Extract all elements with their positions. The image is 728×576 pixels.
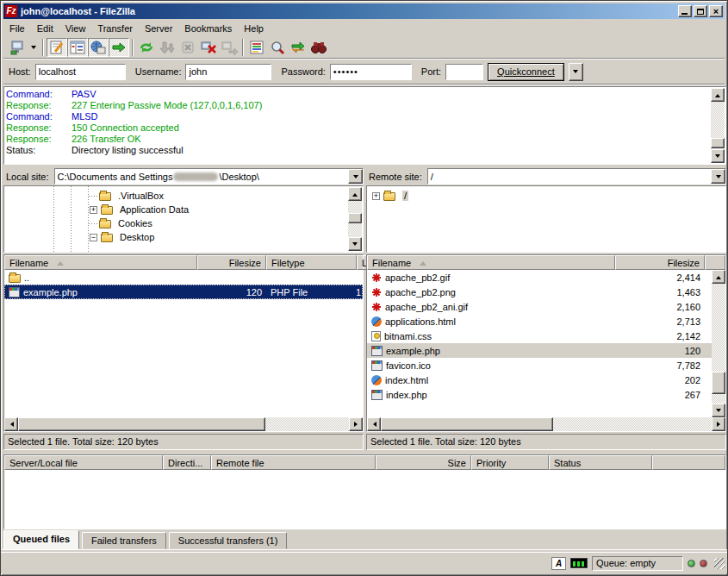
- site-manager-button[interactable]: [7, 38, 28, 57]
- column-header-server-local-file[interactable]: Server/Local file: [4, 455, 163, 470]
- scroll-left-button[interactable]: [4, 417, 18, 431]
- menu-view[interactable]: View: [59, 22, 92, 35]
- queue-status-text: Queue: empty: [592, 556, 683, 571]
- tree-item-application-data[interactable]: + Application Data: [90, 203, 189, 216]
- column-header-remote-file[interactable]: Remote file: [211, 455, 376, 470]
- tree-item-cookies[interactable]: Cookies: [89, 216, 152, 230]
- transfer-type-ascii-icon[interactable]: A: [551, 557, 566, 570]
- column-header-priority[interactable]: Priority: [471, 455, 549, 470]
- file-row[interactable]: applications.html 2,713: [367, 314, 713, 329]
- local-site-combobox[interactable]: C:\Documents and Settings\Desktop\: [54, 168, 364, 185]
- speed-limits-icon[interactable]: [570, 558, 588, 568]
- column-header-filesize[interactable]: Filesize: [615, 255, 705, 270]
- tree-item-virtualbox[interactable]: .VirtualBox: [89, 189, 164, 203]
- minimize-button[interactable]: [678, 5, 692, 17]
- file-row[interactable]: favicon.ico 7,782: [367, 358, 713, 373]
- column-header-filesize[interactable]: Filesize: [197, 255, 266, 270]
- file-row[interactable]: apache_pb2.png 1,463: [367, 285, 713, 299]
- scroll-down-button[interactable]: [348, 237, 362, 251]
- scroll-thumb[interactable]: [712, 372, 725, 394]
- title-bar[interactable]: Fz john@localhost - FileZilla ×: [3, 3, 725, 19]
- close-button[interactable]: ×: [709, 5, 723, 17]
- cancel-operation-button[interactable]: [177, 38, 198, 57]
- scroll-thumb[interactable]: [711, 138, 725, 148]
- tab-failed-transfers[interactable]: Failed transfers: [82, 532, 166, 549]
- refresh-button[interactable]: [136, 38, 157, 57]
- menu-file[interactable]: File: [3, 22, 31, 35]
- toggle-remote-tree-button[interactable]: [88, 38, 109, 57]
- scroll-thumb[interactable]: [381, 417, 553, 431]
- port-input[interactable]: [445, 64, 483, 80]
- scroll-right-button[interactable]: [349, 417, 363, 431]
- expand-icon[interactable]: +: [90, 206, 97, 214]
- scroll-down-button[interactable]: [712, 404, 725, 417]
- menu-bookmarks[interactable]: Bookmarks: [178, 22, 238, 35]
- directory-comparison-button[interactable]: [308, 38, 329, 57]
- tab-successful-transfers[interactable]: Successful transfers (1): [169, 532, 288, 549]
- file-row[interactable]: bitnami.css 2,142: [367, 329, 713, 343]
- toggle-local-tree-button[interactable]: [67, 38, 88, 57]
- remote-list-hscrollbar[interactable]: [367, 417, 725, 431]
- column-header-direction[interactable]: Directi...: [163, 455, 211, 470]
- remote-directory-tree[interactable]: + /: [366, 185, 726, 253]
- message-log-icon: [48, 40, 65, 55]
- scroll-up-button[interactable]: [711, 88, 725, 102]
- site-manager-dropdown-button[interactable]: [28, 38, 40, 57]
- remote-file-list: Filename Filesize apache_pb2.gif 2,414 a…: [366, 254, 726, 432]
- scroll-down-button[interactable]: [711, 149, 725, 163]
- collapse-icon[interactable]: −: [90, 234, 97, 241]
- host-input[interactable]: [35, 64, 126, 80]
- local-tree-scrollbar[interactable]: [348, 187, 362, 251]
- resize-grip[interactable]: [714, 558, 725, 569]
- file-size: 2,713: [615, 316, 705, 327]
- scroll-thumb[interactable]: [348, 213, 362, 223]
- directory-listing-filters-button[interactable]: [246, 38, 267, 57]
- tab-queued-files[interactable]: Queued files: [3, 530, 79, 549]
- column-header-size[interactable]: Size: [376, 455, 471, 470]
- password-input[interactable]: [330, 64, 412, 80]
- quickconnect-dropdown-button[interactable]: [569, 63, 583, 81]
- menu-edit[interactable]: Edit: [31, 22, 59, 35]
- file-row-parent-dir[interactable]: ..: [4, 270, 363, 285]
- synchronized-browsing-button[interactable]: [288, 38, 308, 57]
- disconnect-button[interactable]: [198, 38, 219, 57]
- scroll-up-button[interactable]: [348, 187, 362, 201]
- expand-icon[interactable]: +: [372, 192, 380, 200]
- scroll-right-button[interactable]: [712, 417, 725, 431]
- process-queue-button[interactable]: [157, 38, 177, 57]
- file-row[interactable]: apache_pb2.gif 2,414: [367, 270, 713, 285]
- file-row[interactable]: index.php 267: [367, 387, 713, 402]
- file-row-example-php[interactable]: example.php 120: [367, 343, 713, 358]
- menu-server[interactable]: Server: [139, 22, 178, 35]
- column-header-filetype[interactable]: Filetype: [266, 255, 357, 270]
- image-file-icon: [371, 272, 382, 283]
- folder-icon: [99, 192, 111, 201]
- column-header-filename[interactable]: Filename: [367, 255, 615, 270]
- scroll-left-button[interactable]: [367, 417, 381, 431]
- column-header-filename[interactable]: Filename: [4, 255, 197, 270]
- quickconnect-button[interactable]: Quickconnect: [488, 63, 564, 81]
- tree-item-desktop[interactable]: − Desktop: [90, 230, 154, 244]
- file-row-example-php[interactable]: example.php 120 PHP File 1: [4, 285, 363, 299]
- tree-item-root[interactable]: + /: [372, 189, 408, 203]
- scroll-thumb[interactable]: [18, 417, 265, 431]
- combo-dropdown-button[interactable]: [348, 169, 363, 184]
- file-row[interactable]: apache_pb2_ani.gif 2,160: [367, 299, 713, 314]
- file-row[interactable]: index.html 202: [367, 373, 713, 387]
- maximize-button[interactable]: [694, 5, 707, 17]
- local-list-hscrollbar[interactable]: [4, 417, 363, 431]
- remote-site-combobox[interactable]: /: [427, 168, 726, 185]
- combo-dropdown-button[interactable]: [711, 169, 725, 184]
- toggle-transfer-queue-button[interactable]: [109, 38, 129, 57]
- toggle-message-log-button[interactable]: [47, 38, 67, 57]
- local-directory-tree[interactable]: .VirtualBox + Application Data Cookies −…: [3, 185, 364, 253]
- reconnect-button[interactable]: [219, 38, 240, 57]
- scroll-up-button[interactable]: [712, 270, 725, 284]
- log-scrollbar[interactable]: [711, 88, 725, 163]
- menu-transfer[interactable]: Transfer: [91, 22, 139, 35]
- column-header-status[interactable]: Status: [549, 455, 652, 470]
- file-search-button[interactable]: [267, 38, 288, 57]
- username-input[interactable]: [185, 64, 271, 80]
- remote-list-scrollbar[interactable]: [712, 270, 725, 417]
- menu-help[interactable]: Help: [238, 22, 270, 35]
